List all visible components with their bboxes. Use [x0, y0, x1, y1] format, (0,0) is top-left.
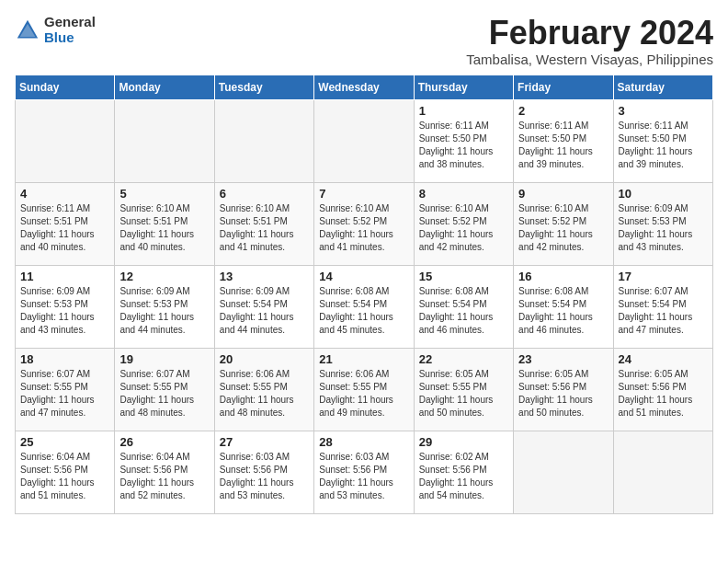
- calendar-header-monday: Monday: [115, 75, 214, 99]
- calendar-cell: 6Sunrise: 6:10 AM Sunset: 5:51 PM Daylig…: [214, 182, 313, 265]
- day-info: Sunrise: 6:07 AM Sunset: 5:54 PM Dayligh…: [619, 285, 708, 337]
- logo-text: General Blue: [44, 15, 96, 45]
- calendar-week-2: 4Sunrise: 6:11 AM Sunset: 5:51 PM Daylig…: [16, 182, 713, 265]
- day-number: 20: [220, 352, 309, 366]
- day-info: Sunrise: 6:10 AM Sunset: 5:52 PM Dayligh…: [319, 202, 408, 254]
- logo-general: General: [44, 15, 96, 30]
- calendar-cell: 11Sunrise: 6:09 AM Sunset: 5:53 PM Dayli…: [16, 265, 115, 348]
- calendar-cell: 15Sunrise: 6:08 AM Sunset: 5:54 PM Dayli…: [414, 265, 513, 348]
- logo-icon: [15, 17, 40, 43]
- day-number: 11: [20, 270, 109, 283]
- calendar-cell: 29Sunrise: 6:02 AM Sunset: 5:56 PM Dayli…: [414, 431, 513, 513]
- calendar-cell: 26Sunrise: 6:04 AM Sunset: 5:56 PM Dayli…: [115, 431, 214, 513]
- day-number: 10: [619, 187, 708, 201]
- logo-blue: Blue: [44, 30, 96, 46]
- day-number: 25: [20, 435, 109, 449]
- day-info: Sunrise: 6:11 AM Sunset: 5:50 PM Dayligh…: [619, 120, 708, 171]
- calendar-header-wednesday: Wednesday: [314, 75, 414, 99]
- day-number: 2: [518, 104, 608, 118]
- day-info: Sunrise: 6:09 AM Sunset: 5:53 PM Dayligh…: [619, 202, 708, 254]
- day-number: 27: [220, 435, 309, 449]
- calendar-cell: [115, 99, 214, 182]
- calendar-header-row: SundayMondayTuesdayWednesdayThursdayFrid…: [16, 75, 713, 99]
- calendar-header-saturday: Saturday: [613, 75, 712, 99]
- day-number: 14: [319, 270, 408, 283]
- calendar-cell: [314, 99, 414, 182]
- calendar-title: February 2024: [466, 15, 713, 52]
- calendar-cell: [214, 99, 313, 182]
- day-number: 16: [518, 270, 608, 283]
- day-number: 13: [220, 270, 309, 283]
- day-number: 19: [119, 352, 209, 366]
- calendar-header-friday: Friday: [514, 75, 613, 99]
- day-info: Sunrise: 6:10 AM Sunset: 5:52 PM Dayligh…: [419, 202, 508, 254]
- calendar-cell: 13Sunrise: 6:09 AM Sunset: 5:54 PM Dayli…: [214, 265, 313, 348]
- day-number: 15: [419, 270, 508, 283]
- calendar-cell: 22Sunrise: 6:05 AM Sunset: 5:55 PM Dayli…: [414, 348, 513, 431]
- calendar-cell: 17Sunrise: 6:07 AM Sunset: 5:54 PM Dayli…: [613, 265, 712, 348]
- day-info: Sunrise: 6:05 AM Sunset: 5:56 PM Dayligh…: [518, 368, 608, 419]
- day-info: Sunrise: 6:03 AM Sunset: 5:56 PM Dayligh…: [220, 451, 309, 502]
- day-info: Sunrise: 6:09 AM Sunset: 5:53 PM Dayligh…: [119, 285, 209, 337]
- day-info: Sunrise: 6:11 AM Sunset: 5:51 PM Dayligh…: [20, 202, 109, 254]
- calendar-cell: [514, 431, 613, 513]
- day-number: 29: [419, 435, 508, 449]
- calendar-cell: 4Sunrise: 6:11 AM Sunset: 5:51 PM Daylig…: [16, 182, 115, 265]
- day-number: 21: [319, 352, 408, 366]
- day-info: Sunrise: 6:05 AM Sunset: 5:55 PM Dayligh…: [419, 368, 508, 419]
- calendar-cell: 2Sunrise: 6:11 AM Sunset: 5:50 PM Daylig…: [514, 99, 613, 182]
- calendar-table: SundayMondayTuesdayWednesdayThursdayFrid…: [15, 75, 713, 514]
- calendar-cell: 24Sunrise: 6:05 AM Sunset: 5:56 PM Dayli…: [613, 348, 712, 431]
- day-info: Sunrise: 6:06 AM Sunset: 5:55 PM Dayligh…: [319, 368, 408, 419]
- day-info: Sunrise: 6:04 AM Sunset: 5:56 PM Dayligh…: [119, 451, 209, 502]
- calendar-cell: 7Sunrise: 6:10 AM Sunset: 5:52 PM Daylig…: [314, 182, 414, 265]
- day-info: Sunrise: 6:03 AM Sunset: 5:56 PM Dayligh…: [319, 451, 408, 502]
- calendar-header-tuesday: Tuesday: [214, 75, 313, 99]
- calendar-cell: 3Sunrise: 6:11 AM Sunset: 5:50 PM Daylig…: [613, 99, 712, 182]
- calendar-week-5: 25Sunrise: 6:04 AM Sunset: 5:56 PM Dayli…: [16, 431, 713, 513]
- calendar-cell: 23Sunrise: 6:05 AM Sunset: 5:56 PM Dayli…: [514, 348, 613, 431]
- calendar-cell: 28Sunrise: 6:03 AM Sunset: 5:56 PM Dayli…: [314, 431, 414, 513]
- calendar-cell: 21Sunrise: 6:06 AM Sunset: 5:55 PM Dayli…: [314, 348, 414, 431]
- calendar-cell: 9Sunrise: 6:10 AM Sunset: 5:52 PM Daylig…: [514, 182, 613, 265]
- day-number: 23: [518, 352, 608, 366]
- logo: General Blue: [15, 15, 96, 45]
- day-number: 5: [119, 187, 209, 201]
- calendar-cell: 5Sunrise: 6:10 AM Sunset: 5:51 PM Daylig…: [115, 182, 214, 265]
- calendar-cell: 27Sunrise: 6:03 AM Sunset: 5:56 PM Dayli…: [214, 431, 313, 513]
- calendar-cell: 12Sunrise: 6:09 AM Sunset: 5:53 PM Dayli…: [115, 265, 214, 348]
- day-number: 7: [319, 187, 408, 201]
- calendar-week-4: 18Sunrise: 6:07 AM Sunset: 5:55 PM Dayli…: [16, 348, 713, 431]
- day-number: 3: [619, 104, 708, 118]
- day-number: 1: [419, 104, 508, 118]
- calendar-cell: 10Sunrise: 6:09 AM Sunset: 5:53 PM Dayli…: [613, 182, 712, 265]
- day-info: Sunrise: 6:08 AM Sunset: 5:54 PM Dayligh…: [419, 285, 508, 337]
- calendar-cell: 20Sunrise: 6:06 AM Sunset: 5:55 PM Dayli…: [214, 348, 313, 431]
- day-number: 26: [119, 435, 209, 449]
- day-info: Sunrise: 6:11 AM Sunset: 5:50 PM Dayligh…: [419, 120, 508, 171]
- day-number: 28: [319, 435, 408, 449]
- day-info: Sunrise: 6:02 AM Sunset: 5:56 PM Dayligh…: [419, 451, 508, 502]
- calendar-cell: 1Sunrise: 6:11 AM Sunset: 5:50 PM Daylig…: [414, 99, 513, 182]
- day-number: 17: [619, 270, 708, 283]
- day-info: Sunrise: 6:08 AM Sunset: 5:54 PM Dayligh…: [518, 285, 608, 337]
- day-info: Sunrise: 6:04 AM Sunset: 5:56 PM Dayligh…: [20, 451, 109, 502]
- calendar-cell: 16Sunrise: 6:08 AM Sunset: 5:54 PM Dayli…: [514, 265, 613, 348]
- calendar-cell: 8Sunrise: 6:10 AM Sunset: 5:52 PM Daylig…: [414, 182, 513, 265]
- day-info: Sunrise: 6:09 AM Sunset: 5:53 PM Dayligh…: [20, 285, 109, 337]
- calendar-location: Tambalisa, Western Visayas, Philippines: [466, 52, 713, 67]
- day-number: 18: [20, 352, 109, 366]
- day-number: 12: [119, 270, 209, 283]
- calendar-cell: 14Sunrise: 6:08 AM Sunset: 5:54 PM Dayli…: [314, 265, 414, 348]
- day-info: Sunrise: 6:08 AM Sunset: 5:54 PM Dayligh…: [319, 285, 408, 337]
- calendar-header-sunday: Sunday: [16, 75, 115, 99]
- day-info: Sunrise: 6:06 AM Sunset: 5:55 PM Dayligh…: [220, 368, 309, 419]
- calendar-week-1: 1Sunrise: 6:11 AM Sunset: 5:50 PM Daylig…: [16, 99, 713, 182]
- title-block: February 2024 Tambalisa, Western Visayas…: [466, 15, 713, 67]
- calendar-cell: 18Sunrise: 6:07 AM Sunset: 5:55 PM Dayli…: [16, 348, 115, 431]
- calendar-body: 1Sunrise: 6:11 AM Sunset: 5:50 PM Daylig…: [16, 99, 713, 513]
- day-info: Sunrise: 6:07 AM Sunset: 5:55 PM Dayligh…: [20, 368, 109, 419]
- day-info: Sunrise: 6:05 AM Sunset: 5:56 PM Dayligh…: [619, 368, 708, 419]
- day-info: Sunrise: 6:10 AM Sunset: 5:51 PM Dayligh…: [119, 202, 209, 254]
- calendar-cell: 25Sunrise: 6:04 AM Sunset: 5:56 PM Dayli…: [16, 431, 115, 513]
